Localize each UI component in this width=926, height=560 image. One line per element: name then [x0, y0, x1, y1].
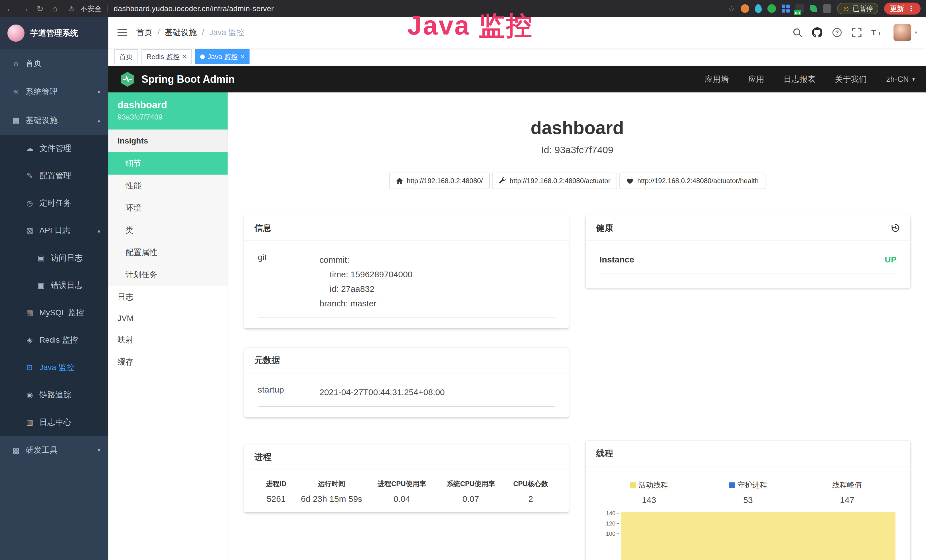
address-divider	[107, 5, 108, 12]
update-button[interactable]: 更新 ⋮	[884, 3, 921, 15]
security-warning-label[interactable]: 不安全	[80, 4, 102, 14]
help-icon[interactable]: ?	[832, 27, 842, 38]
chevron-down-icon: ▾	[912, 76, 915, 82]
browser-home-icon[interactable]: ⌂	[50, 4, 59, 14]
metadata-card: 元数据 startup 2021-04-27T00:44:31.254+08:0…	[244, 348, 569, 417]
bookmark-star-icon[interactable]: ☆	[728, 4, 735, 14]
actuator-url: http://192.168.0.2:48080/actuator	[510, 177, 611, 185]
hamburger-icon[interactable]	[118, 29, 127, 36]
sba-nav-about[interactable]: 关于我们	[835, 74, 867, 85]
sba-menu-environment[interactable]: 环境	[108, 197, 228, 219]
insights-section-label: Insights	[108, 130, 228, 152]
tab-java-monitor[interactable]: Java 监控 ×	[195, 49, 250, 64]
sidebar-item-home[interactable]: ⌂ 首页	[0, 49, 108, 77]
sidebar-item-error-logs[interactable]: ▣ 错误日志	[0, 272, 108, 299]
sidebar-item-dev-tools[interactable]: ▩ 研发工具 ▾	[0, 436, 108, 465]
instance-links: http://192.168.0.2:48080/ http://192.168…	[244, 173, 910, 189]
breadcrumb-home[interactable]: 首页	[136, 27, 152, 38]
process-uptime: 6d 23h 15m 59s	[296, 494, 368, 512]
sidebar-item-redis-monitor[interactable]: ◈ Redis 监控	[0, 326, 108, 354]
sba-nav-applications[interactable]: 应用	[748, 74, 764, 85]
address-url[interactable]: dashboard.yudao.iocoder.cn/infra/admin-s…	[114, 4, 274, 13]
extension-icon-dark[interactable]: on	[795, 4, 804, 13]
app-logo[interactable]: 芋道管理系统	[0, 17, 108, 49]
sidebar-item-access-logs[interactable]: ▣ 访问日志	[0, 244, 108, 272]
sidebar-item-log-center[interactable]: ▥ 日志中心	[0, 409, 108, 436]
metadata-startup-row: startup 2021-04-27T00:44:31.254+08:00	[258, 385, 555, 407]
github-icon[interactable]	[812, 27, 822, 38]
sidebar-item-label: 文件管理	[39, 143, 71, 154]
chevron-up-icon: ▴	[98, 117, 100, 124]
sidebar-item-trace[interactable]: ◉ 链路追踪	[0, 381, 108, 409]
sba-menu-scheduled-tasks[interactable]: 计划任务	[108, 263, 228, 286]
sba-nav: 应用墙 应用 日志报表 关于我们 zh-CN ▾	[705, 74, 915, 85]
legend-swatch-live	[630, 483, 635, 488]
history-icon[interactable]	[891, 223, 900, 233]
active-dot	[200, 54, 205, 59]
sba-nav-journal[interactable]: 日志报表	[784, 74, 816, 85]
process-values-row: 5261 6d 23h 15m 59s 0.04 0.07 2	[257, 494, 556, 512]
extension-icon-grid[interactable]	[782, 5, 790, 12]
sba-brand[interactable]: Spring Boot Admin	[120, 71, 235, 88]
card-title: 元数据	[254, 355, 280, 365]
close-icon[interactable]: ×	[183, 53, 186, 60]
timer-icon: ◷	[25, 199, 34, 208]
sba-nav-wall[interactable]: 应用墙	[705, 74, 729, 85]
sidebar-item-config-mgmt[interactable]: ✎ 配置管理	[0, 162, 108, 189]
sidebar-item-label: 链路追踪	[39, 389, 71, 400]
sba-menu-jvm[interactable]: JVM	[108, 308, 228, 328]
status-badge: UP	[885, 255, 897, 265]
legend-daemon-threads: 守护进程 53	[698, 480, 797, 505]
sidebar-item-label: 首页	[26, 58, 42, 69]
extension-icon-leaf[interactable]	[809, 5, 817, 12]
chevron-down-icon: ▾	[98, 447, 100, 454]
threads-card: 线程 活动线程 143	[586, 441, 910, 560]
threads-chart: 140 120 100	[599, 513, 897, 560]
search-icon[interactable]	[793, 28, 802, 37]
process-cpu: 0.04	[368, 494, 437, 512]
sba-menu-metrics[interactable]: 性能	[108, 175, 228, 197]
metadata-key: startup	[258, 385, 302, 400]
sidebar-item-infrastructure[interactable]: ▤ 基础设施 ▴	[0, 106, 108, 135]
sidebar-item-api-logs[interactable]: ▧ API 日志 ▴	[0, 217, 108, 244]
sba-menu-details[interactable]: 细节	[108, 152, 228, 175]
health-url-button[interactable]: http://192.168.0.2:48080/actuator/health	[619, 173, 766, 189]
svg-text:T: T	[878, 31, 881, 36]
back-icon[interactable]: ←	[6, 4, 15, 14]
sba-menu-mappings[interactable]: 映射	[108, 328, 228, 351]
sidebar-item-mysql-monitor[interactable]: ▦ MySQL 监控	[0, 299, 108, 326]
info-line: commit:	[319, 253, 412, 267]
sba-menu-logs[interactable]: 日志	[108, 286, 228, 308]
legend-value: 143	[599, 495, 698, 505]
actuator-url-button[interactable]: http://192.168.0.2:48080/actuator	[492, 173, 617, 189]
extension-icon-green[interactable]	[767, 4, 776, 13]
breadcrumb-infrastructure[interactable]: 基础设施	[165, 27, 197, 38]
user-menu[interactable]: ▾	[893, 24, 917, 41]
sidebar-item-label: 研发工具	[26, 445, 57, 456]
tab-redis-monitor[interactable]: Redis 监控 ×	[141, 49, 192, 64]
sba-menu-caches[interactable]: 缓存	[108, 351, 228, 373]
sidebar-item-file-mgmt[interactable]: ☁ 文件管理	[0, 135, 108, 162]
sidebar-item-system-mgmt[interactable]: ✳ 系统管理 ▾	[0, 77, 108, 106]
locale-selector[interactable]: zh-CN ▾	[887, 75, 915, 84]
sba-menu-config-props[interactable]: 配置属性	[108, 241, 228, 263]
tab-home[interactable]: 首页	[114, 49, 138, 64]
fullscreen-icon[interactable]	[852, 28, 861, 37]
sidebar-item-scheduled-jobs[interactable]: ◷ 定时任务	[0, 189, 108, 217]
forward-icon[interactable]: →	[21, 4, 30, 14]
close-icon[interactable]: ×	[241, 53, 244, 60]
extension-icon-drop[interactable]	[755, 4, 762, 13]
process-column-header: 进程ID	[257, 479, 296, 494]
font-size-icon[interactable]: TT	[871, 28, 884, 37]
sidebar-item-java-monitor[interactable]: ⊡ Java 监控	[0, 354, 108, 381]
sba-header: Spring Boot Admin 应用墙 应用 日志报表 关于我们 zh-CN…	[108, 66, 926, 92]
sba-menu-classes[interactable]: 类	[108, 219, 228, 241]
browser-menu-icon[interactable]: ⋮	[908, 4, 915, 13]
tag-label: 首页	[119, 52, 133, 61]
profile-paused-badge[interactable]: ☺ 已暂停	[837, 3, 878, 14]
service-url-button[interactable]: http://192.168.0.2:48080/	[389, 173, 490, 189]
extensions-puzzle-icon[interactable]	[823, 4, 831, 13]
instance-header[interactable]: dashboard 93a3fc7f7409	[108, 92, 228, 130]
refresh-icon[interactable]: ↻	[35, 4, 44, 14]
extension-icon-orange[interactable]	[741, 4, 749, 13]
